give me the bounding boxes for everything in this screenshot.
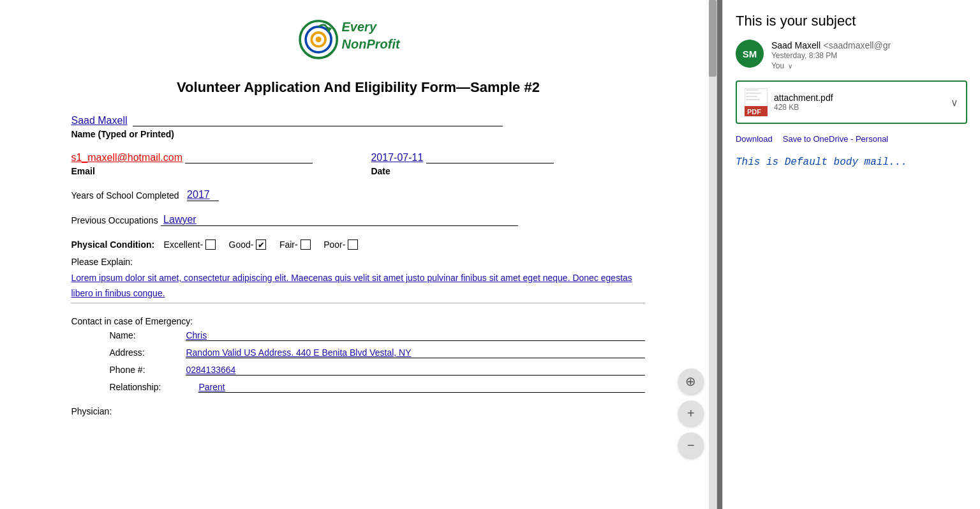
date-value: 2017-07-11	[371, 152, 423, 163]
fair-label: Fair-	[279, 239, 298, 250]
excellent-label: Excellent-	[164, 239, 203, 250]
panel-divider	[717, 0, 722, 509]
emergency-name-value: Chris	[186, 330, 645, 341]
pdf-viewer: Every NonProfit Volunteer Application An…	[0, 0, 717, 509]
email-label: Email	[71, 166, 345, 176]
email-sender-row: SM Saad Maxell <saadmaxell@gr Yesterday,…	[736, 40, 967, 70]
date-label: Date	[371, 166, 645, 176]
poor-label: Poor-	[323, 239, 345, 250]
emergency-phone-row: Phone #: 0284133664	[71, 365, 645, 376]
zoom-in-button[interactable]: +	[678, 400, 704, 426]
pdf-file-icon: PDF	[745, 88, 768, 116]
fair-checkbox: Fair-	[279, 239, 311, 250]
good-label: Good-	[229, 239, 254, 250]
emergency-name-row: Name: Chris	[71, 330, 645, 341]
svg-text:PDF: PDF	[747, 108, 761, 116]
emergency-address-row: Address: Random Valid US Address. 440 E …	[71, 347, 645, 358]
attachment-box[interactable]: PDF attachment.pdf 428 KB ∨	[736, 80, 967, 124]
zoom-out-icon: −	[687, 438, 695, 453]
emergency-name-label: Name:	[109, 330, 186, 340]
emergency-relationship-value: Parent	[198, 382, 645, 393]
email-value: s1_maxell@hotmail.com	[71, 152, 182, 163]
name-label: Name (Typed or Printed)	[71, 129, 645, 139]
sender-email: <saadmaxell@gr	[823, 40, 891, 50]
physical-condition-label: Physical Condition:	[71, 239, 154, 250]
sender-info: Saad Maxell <saadmaxell@gr Yesterday, 8:…	[771, 40, 967, 70]
occupations-value: Lawyer	[163, 214, 197, 225]
emergency-section-label: Contact in case of Emergency:	[71, 316, 645, 326]
email-subject: This is your subject	[736, 13, 967, 29]
sender-time: Yesterday, 8:38 PM	[771, 51, 967, 60]
email-value-line: s1_maxell@hotmail.com	[71, 152, 345, 163]
emergency-relationship-label: Relationship:	[109, 382, 198, 392]
sender-you: You ∨	[771, 61, 967, 70]
poor-checkbox: Poor-	[323, 239, 358, 250]
years-school-row: Years of School Completed 2017	[71, 189, 645, 201]
attachment-actions: Download Save to OneDrive - Personal	[736, 134, 967, 144]
email-panel: This is your subject SM Saad Maxell <saa…	[722, 0, 980, 509]
excellent-checkbox: Excellent-	[164, 239, 216, 250]
good-box: ✔	[256, 239, 266, 250]
attachment-info: attachment.pdf 428 KB	[774, 93, 944, 112]
good-checkbox: Good- ✔	[229, 239, 267, 250]
emergency-phone-value: 0284133664	[186, 365, 645, 376]
pdf-content: Every NonProfit Volunteer Application An…	[45, 0, 671, 455]
email-date-row: s1_maxell@hotmail.com Email 2017-07-11 D…	[71, 152, 645, 176]
physical-condition-row: Physical Condition: Excellent- Good- ✔ F…	[71, 239, 645, 303]
sender-avatar: SM	[736, 40, 764, 68]
name-field-row: Saad Maxell Name (Typed or Printed)	[71, 115, 645, 139]
poor-box	[348, 239, 358, 250]
attachment-name: attachment.pdf	[774, 93, 944, 103]
svg-text:NonProfit: NonProfit	[342, 37, 401, 51]
svg-rect-11	[746, 93, 761, 94]
zoom-in-icon: +	[687, 406, 695, 421]
logo-area: Every NonProfit	[71, 13, 645, 66]
email-col: s1_maxell@hotmail.com Email	[71, 152, 345, 176]
form-title: Volunteer Application And Eligibility Fo…	[71, 79, 645, 96]
form-title-text: Volunteer Application And Eligibility Fo…	[177, 79, 540, 95]
svg-text:Every: Every	[342, 20, 377, 34]
logo-svg: Every NonProfit	[294, 13, 422, 64]
email-body: This is Default body mail...	[736, 156, 967, 168]
attachment-expand-icon[interactable]: ∨	[951, 96, 958, 109]
sender-name-email: Saad Maxell <saadmaxell@gr	[771, 40, 967, 51]
occupations-row: Previous Occupations Lawyer	[71, 214, 645, 226]
years-school-value: 2017	[187, 189, 210, 200]
years-school-prefix: Years of School Completed	[71, 190, 179, 201]
sender-initials: SM	[743, 49, 757, 59]
physician-row: Physician:	[71, 406, 645, 417]
save-to-onedrive-link[interactable]: Save to OneDrive - Personal	[783, 134, 888, 144]
svg-point-3	[316, 36, 322, 42]
attachment-size: 428 KB	[774, 103, 944, 112]
physician-label: Physician:	[71, 406, 112, 416]
emergency-address-label: Address:	[109, 347, 186, 358]
please-explain-label: Please Explain:	[71, 257, 133, 267]
scrollbar-track[interactable]	[709, 0, 716, 509]
zoom-out-button[interactable]: −	[678, 432, 704, 458]
svg-rect-12	[746, 96, 757, 97]
sender-name: Saad Maxell	[771, 40, 820, 50]
name-value: Saad Maxell	[71, 115, 127, 126]
scrollbar-thumb[interactable]	[709, 0, 716, 77]
occupations-prefix: Previous Occupations	[71, 215, 158, 225]
move-icon: ⊕	[685, 374, 696, 389]
emergency-section: Contact in case of Emergency: Name: Chri…	[71, 316, 645, 393]
sender-you-text: You	[771, 61, 784, 70]
physical-condition: Physical Condition: Excellent- Good- ✔ F…	[71, 239, 645, 250]
date-col: 2017-07-11 Date	[371, 152, 645, 176]
emergency-relationship-row: Relationship: Parent	[71, 382, 645, 393]
checkbox-group: Excellent- Good- ✔ Fair- Poor-	[164, 239, 359, 250]
chevron-down-icon: ∨	[788, 63, 792, 70]
lorem-text: Lorem ipsum dolor sit amet, consectetur …	[71, 271, 645, 303]
name-value-line: Saad Maxell	[71, 115, 645, 126]
float-controls: ⊕ + −	[678, 368, 704, 458]
download-link[interactable]: Download	[736, 134, 773, 144]
svg-rect-10	[746, 89, 759, 91]
excellent-box	[205, 239, 216, 250]
emergency-phone-label: Phone #:	[109, 365, 186, 375]
date-value-line: 2017-07-11	[371, 152, 645, 163]
emergency-address-value: Random Valid US Address. 440 E Benita Bl…	[186, 347, 645, 358]
fair-box	[301, 239, 311, 250]
svg-rect-13	[746, 99, 760, 100]
move-button[interactable]: ⊕	[678, 368, 704, 394]
